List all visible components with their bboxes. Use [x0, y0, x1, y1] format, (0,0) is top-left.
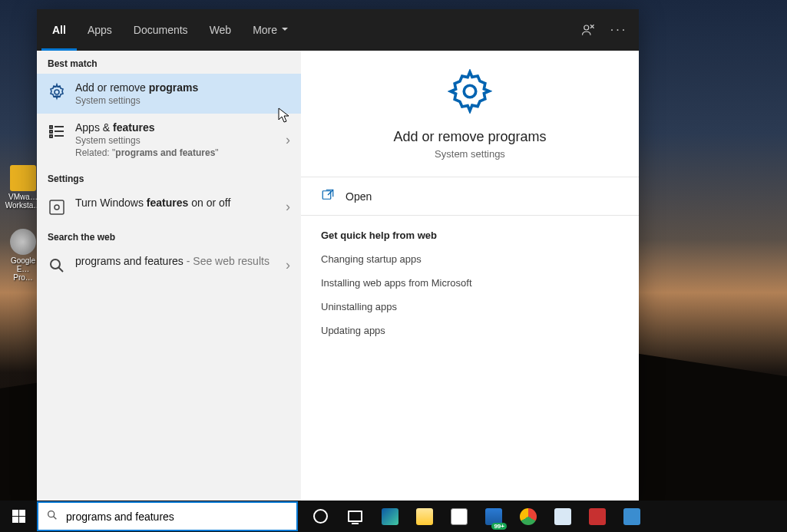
windows-logo-icon: [12, 510, 25, 523]
start-search-panel: All Apps Documents Web More ··· Best mat…: [37, 9, 639, 501]
result-apps-features[interactable]: Apps & features System settings Related:…: [37, 114, 301, 166]
notepad-icon: [554, 508, 571, 525]
search-icon: [46, 509, 58, 524]
app-icon: [589, 508, 606, 525]
notification-badge: 99+: [491, 523, 507, 530]
svg-rect-8: [50, 200, 64, 214]
chrome-icon: [520, 508, 537, 525]
feedback-icon[interactable]: [573, 9, 603, 51]
svg-rect-13: [322, 191, 331, 200]
help-link-updating[interactable]: Updating apps: [321, 319, 619, 342]
store-icon: [451, 508, 468, 525]
svg-point-10: [51, 259, 60, 269]
tab-web[interactable]: Web: [199, 9, 243, 51]
taskbar-app-mail[interactable]: 99+: [477, 501, 510, 532]
svg-line-11: [59, 268, 64, 273]
result-subtitle: System settings: [75, 95, 290, 106]
search-input[interactable]: [66, 511, 289, 523]
result-title: Apps & features: [75, 121, 290, 134]
tab-apps[interactable]: Apps: [77, 9, 123, 51]
section-settings: Settings: [37, 166, 301, 189]
desktop-icon-vmware[interactable]: VMwa… Worksta…: [8, 165, 38, 210]
svg-line-15: [54, 516, 57, 519]
result-title: Turn Windows features on or off: [75, 197, 290, 209]
search-icon: [48, 256, 66, 275]
svg-rect-2: [50, 126, 52, 128]
taskbar-app-store[interactable]: [442, 501, 475, 532]
svg-rect-4: [50, 135, 52, 137]
preview-title: Add or remove programs: [393, 129, 546, 145]
taskbar-app-generic1[interactable]: [580, 501, 613, 532]
gear-icon: [448, 69, 492, 117]
taskbar-search-box[interactable]: [37, 501, 298, 531]
cortana-button[interactable]: [304, 501, 337, 532]
taskbar-app-notepad[interactable]: [546, 501, 579, 532]
taskbar: 99+: [0, 501, 787, 532]
options-icon[interactable]: ···: [603, 9, 634, 51]
taskbar-app-chrome[interactable]: [511, 501, 544, 532]
svg-rect-3: [50, 131, 52, 133]
apps-list-icon: [48, 123, 66, 141]
svg-point-12: [464, 85, 475, 97]
search-filter-tabs: All Apps Documents Web More ···: [37, 9, 639, 51]
open-icon: [321, 188, 335, 204]
tab-documents[interactable]: Documents: [123, 9, 199, 51]
taskview-icon: [348, 511, 362, 522]
edge-icon: [382, 508, 398, 525]
result-add-remove-programs[interactable]: Add or remove programs System settings: [37, 74, 301, 114]
folder-icon: [416, 508, 433, 525]
desktop-icon-google-earth[interactable]: Google E… Pro…: [8, 229, 38, 282]
section-search-web: Search the web: [37, 224, 301, 247]
chevron-right-icon: [286, 199, 290, 215]
quick-help-title: Get quick help from web: [321, 223, 619, 247]
help-link-startup-apps[interactable]: Changing startup apps: [321, 247, 619, 271]
svg-point-1: [55, 90, 59, 94]
search-results-list: Best match Add or remove programs System…: [37, 51, 301, 501]
result-web-search[interactable]: programs and features - See web results: [37, 247, 301, 283]
result-turn-windows-features[interactable]: Turn Windows features on or off: [37, 189, 301, 224]
gear-icon: [48, 83, 66, 101]
open-action[interactable]: Open: [301, 177, 639, 215]
chevron-right-icon: [286, 257, 290, 273]
svg-point-0: [584, 25, 589, 30]
start-button[interactable]: [0, 501, 37, 532]
open-label: Open: [346, 190, 372, 203]
result-related: Related: "programs and features": [75, 147, 290, 158]
app-icon: [623, 508, 640, 525]
settings-box-icon: [48, 198, 66, 216]
svg-point-14: [48, 511, 55, 517]
result-title: Add or remove programs: [75, 81, 290, 94]
search-preview-pane: Add or remove programs System settings O…: [301, 51, 639, 501]
result-title: programs and features - See web results: [75, 255, 290, 267]
preview-subtitle: System settings: [435, 148, 505, 160]
taskbar-app-explorer[interactable]: [408, 501, 441, 532]
help-link-web-apps[interactable]: Installing web apps from Microsoft: [321, 271, 619, 295]
task-view-button[interactable]: [339, 501, 372, 532]
desktop-icons-column: VMwa… Worksta… Google E… Pro…: [8, 165, 38, 282]
chevron-right-icon: [286, 132, 290, 148]
taskbar-app-edge[interactable]: [373, 501, 406, 532]
section-best-match: Best match: [37, 51, 301, 74]
tab-all[interactable]: All: [41, 9, 77, 51]
circle-icon: [313, 509, 328, 524]
result-subtitle: System settings: [75, 135, 290, 146]
svg-point-9: [55, 205, 59, 210]
help-link-uninstall[interactable]: Uninstalling apps: [321, 295, 619, 319]
taskbar-app-generic2[interactable]: [615, 501, 648, 532]
tab-more[interactable]: More: [242, 9, 299, 51]
